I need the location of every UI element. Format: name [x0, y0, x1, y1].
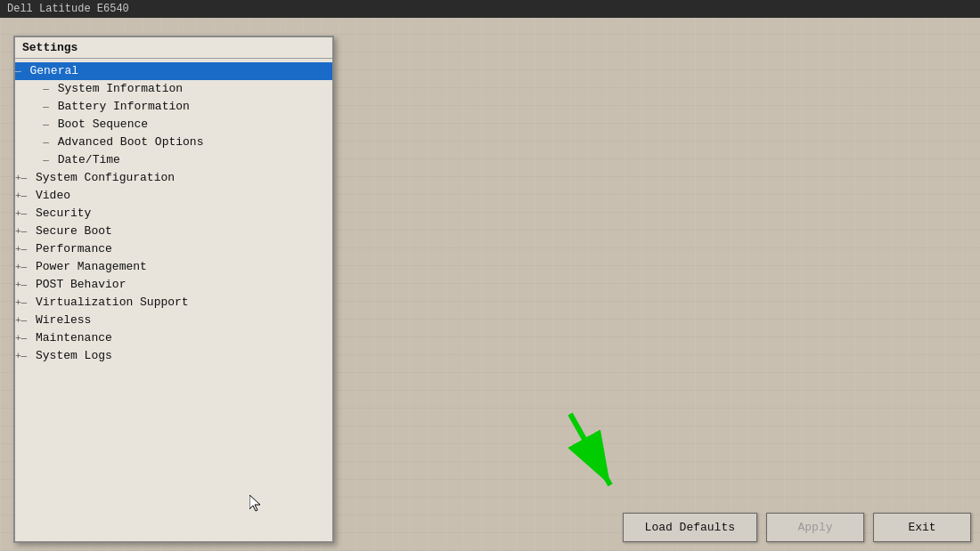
- tree-item-label: System Information: [58, 81, 183, 97]
- tree-line-icon: —: [43, 152, 49, 168]
- tree-expand-icon: +—: [15, 277, 27, 293]
- tree-expand-icon: +—: [15, 295, 27, 311]
- svg-line-1: [570, 414, 610, 485]
- tree-item-label: Performance: [36, 241, 112, 257]
- svg-marker-2: [249, 495, 260, 511]
- tree-item-label: System Logs: [36, 348, 112, 364]
- tree-item-security[interactable]: +— Security: [15, 205, 332, 223]
- tree-item-label: Advanced Boot Options: [58, 134, 204, 150]
- tree-item-battery-info[interactable]: — Battery Information: [15, 98, 332, 116]
- tree-item-boot-sequence[interactable]: — Boot Sequence: [15, 116, 332, 134]
- settings-panel: Settings — General — System Information …: [13, 36, 334, 543]
- exit-button[interactable]: Exit: [873, 513, 971, 542]
- tree-expand-icon: +—: [15, 241, 27, 257]
- green-arrow-indicator: [557, 409, 628, 502]
- tree-item-label: Wireless: [36, 312, 91, 328]
- tree-expand-icon: +—: [15, 312, 27, 328]
- tree-line-icon: —: [43, 117, 49, 133]
- tree-item-video[interactable]: +— Video: [15, 187, 332, 205]
- tree-item-datetime[interactable]: — Date/Time: [15, 151, 332, 169]
- title-text: Dell Latitude E6540: [7, 3, 129, 15]
- tree-item-general[interactable]: — General: [15, 62, 332, 80]
- bottom-button-bar: Load Defaults Apply Exit: [623, 513, 971, 542]
- tree-item-label: System Configuration: [36, 170, 175, 186]
- tree-expand-icon: +—: [15, 259, 27, 275]
- tree-line-icon: —: [43, 134, 49, 150]
- tree-line-icon: —: [43, 99, 49, 115]
- tree-expand-icon: +—: [15, 206, 27, 222]
- load-defaults-button[interactable]: Load Defaults: [623, 513, 757, 542]
- tree-expand-icon: +—: [15, 223, 27, 239]
- tree-item-label: Video: [36, 188, 70, 204]
- tree-expand-icon: +—: [15, 330, 27, 346]
- tree-line-icon: —: [43, 81, 49, 97]
- tree-item-label: Power Management: [36, 259, 147, 275]
- tree-item-advanced-boot[interactable]: — Advanced Boot Options: [15, 134, 332, 151]
- tree-collapse-icon: —: [15, 63, 21, 79]
- mouse-cursor: [249, 495, 260, 511]
- tree-item-wireless[interactable]: +— Wireless: [15, 312, 332, 329]
- tree-item-secure-boot[interactable]: +— Secure Boot: [15, 223, 332, 240]
- tree-item-system-info[interactable]: — System Information: [15, 80, 332, 98]
- tree-expand-icon: +—: [15, 170, 27, 186]
- tree-item-maintenance[interactable]: +— Maintenance: [15, 329, 332, 347]
- settings-header: Settings: [15, 37, 332, 59]
- tree-item-power-mgmt[interactable]: +— Power Management: [15, 258, 332, 276]
- tree-container: — General — System Information — Battery…: [15, 59, 332, 369]
- bios-screen: Settings — General — System Information …: [0, 18, 980, 551]
- tree-item-post-behavior[interactable]: +— POST Behavior: [15, 276, 332, 294]
- tree-item-label: POST Behavior: [36, 277, 126, 293]
- tree-item-system-config[interactable]: +— System Configuration: [15, 169, 332, 187]
- tree-item-label: Secure Boot: [36, 223, 112, 239]
- tree-item-performance[interactable]: +— Performance: [15, 240, 332, 258]
- tree-item-system-logs[interactable]: +— System Logs: [15, 347, 332, 365]
- title-bar: Dell Latitude E6540: [0, 0, 980, 18]
- tree-item-label: Boot Sequence: [58, 117, 148, 133]
- apply-button[interactable]: Apply: [766, 513, 864, 542]
- tree-expand-icon: +—: [15, 348, 27, 364]
- tree-item-label: Maintenance: [36, 330, 112, 346]
- tree-item-virt-support[interactable]: +— Virtualization Support: [15, 294, 332, 312]
- tree-expand-icon: +—: [15, 188, 27, 204]
- tree-item-label: Virtualization Support: [36, 295, 189, 311]
- tree-item-label: Security: [36, 206, 91, 222]
- tree-item-label: General: [29, 63, 78, 79]
- tree-item-label: Battery Information: [58, 99, 190, 115]
- tree-item-label: Date/Time: [58, 152, 120, 168]
